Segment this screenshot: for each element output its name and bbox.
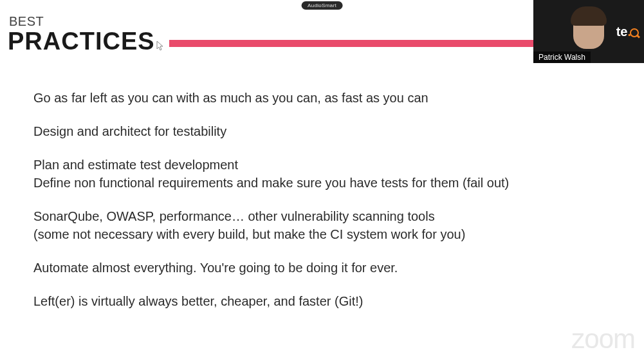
content-line: Automate almost everything. You're going… xyxy=(33,260,618,275)
webcam-panel: te. Patrick Walsh xyxy=(533,0,644,63)
audiosmart-badge: AudioSmart xyxy=(301,1,343,10)
content-line: (some not necessary with every build, bu… xyxy=(33,227,618,242)
slide-title: PRACTICES xyxy=(6,28,155,55)
content-line: Define non functional requirements and m… xyxy=(33,175,618,190)
cursor-icon xyxy=(156,41,164,52)
content-line: Left(er) is virtually always better, che… xyxy=(33,293,618,309)
blank-line xyxy=(33,245,618,260)
content-line: Design and architect for testability xyxy=(33,124,618,139)
zoom-watermark: zoom xyxy=(571,324,635,355)
content-line: Go as far left as you can with as much a… xyxy=(33,90,618,106)
content-line: Plan and estimate test development xyxy=(33,157,618,172)
slide-content: Go as far left as you can with as much a… xyxy=(33,90,618,311)
blank-line xyxy=(33,278,618,293)
blank-line xyxy=(33,142,618,157)
magnify-icon xyxy=(630,28,639,37)
content-line: SonarQube, OWASP, performance… other vul… xyxy=(33,208,618,224)
speaker-face xyxy=(573,10,604,49)
speaker-name-label: Patrick Walsh xyxy=(533,51,591,63)
brand-logo: te. xyxy=(616,24,639,39)
blank-line xyxy=(33,193,618,208)
blank-line xyxy=(33,108,618,124)
